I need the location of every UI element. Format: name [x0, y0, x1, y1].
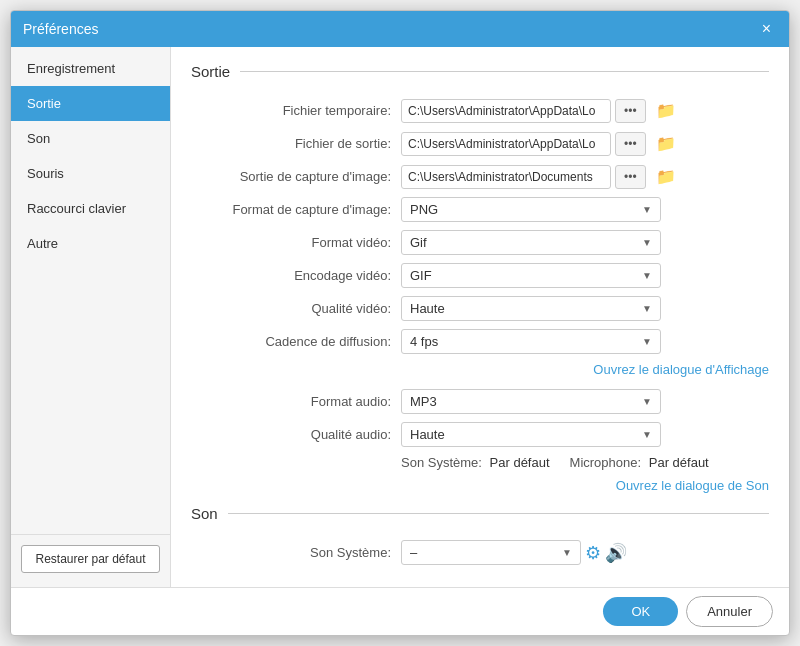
- sidebar-item-enregistrement[interactable]: Enregistrement: [11, 51, 170, 86]
- folder-icon: 📁: [656, 102, 676, 119]
- fichier-sortie-label: Fichier de sortie:: [191, 136, 391, 151]
- qualite-audio-label: Qualité audio:: [191, 427, 391, 442]
- format-audio-value: MP3: [410, 394, 437, 409]
- fichier-temporaire-input[interactable]: C:\Users\Administrator\AppData\Lo: [401, 99, 611, 123]
- sortie-capture-folder-button[interactable]: 📁: [650, 164, 682, 189]
- cancel-button[interactable]: Annuler: [686, 596, 773, 627]
- chevron-down-icon: ▼: [642, 204, 652, 215]
- qualite-video-value: Haute: [410, 301, 445, 316]
- qualite-video-label: Qualité vidéo:: [191, 301, 391, 316]
- chevron-down-icon: ▼: [642, 396, 652, 407]
- link-son-row: Ouvrez le dialogue de Son: [191, 478, 769, 493]
- sidebar-item-raccourci[interactable]: Raccourci clavier: [11, 191, 170, 226]
- fichier-temporaire-label: Fichier temporaire:: [191, 103, 391, 118]
- sortie-capture-controls: C:\Users\Administrator\Documents ••• 📁: [401, 164, 769, 189]
- chevron-down-icon: ▼: [642, 270, 652, 281]
- dialog-footer: OK Annuler: [11, 587, 789, 635]
- sidebar-item-souris[interactable]: Souris: [11, 156, 170, 191]
- restore-defaults-button[interactable]: Restaurer par défaut: [21, 545, 160, 573]
- sortie-capture-row: Sortie de capture d'image: C:\Users\Admi…: [191, 164, 769, 189]
- ok-button[interactable]: OK: [603, 597, 678, 626]
- qualite-video-row: Qualité vidéo: Haute ▼: [191, 296, 769, 321]
- son-systeme-label: Son Système:: [191, 545, 391, 560]
- fichier-sortie-row: Fichier de sortie: C:\Users\Administrato…: [191, 131, 769, 156]
- section-sortie-title: Sortie: [191, 63, 769, 84]
- speaker-icon[interactable]: 🔊: [605, 542, 627, 564]
- son-systeme-inline-label: Son Système: Par défaut: [401, 455, 550, 470]
- title-bar: Préférences ×: [11, 11, 789, 47]
- sidebar: Enregistrement Sortie Son Souris Raccour…: [11, 47, 171, 587]
- chevron-down-icon: ▼: [642, 237, 652, 248]
- link-affichage[interactable]: Ouvrez le dialogue d'Affichage: [593, 362, 769, 377]
- chevron-down-icon: ▼: [642, 303, 652, 314]
- son-systeme-controls: – ▼ ⚙ 🔊: [401, 540, 769, 565]
- format-video-select[interactable]: Gif ▼: [401, 230, 661, 255]
- gear-icon[interactable]: ⚙: [585, 542, 601, 564]
- microphone-inline-label: Microphone: Par défaut: [570, 455, 709, 470]
- chevron-down-icon: ▼: [642, 336, 652, 347]
- son-systeme-select-value: –: [410, 545, 417, 560]
- close-button[interactable]: ×: [756, 19, 777, 39]
- format-audio-select[interactable]: MP3 ▼: [401, 389, 661, 414]
- encodage-video-label: Encodage vidéo:: [191, 268, 391, 283]
- encodage-video-row: Encodage vidéo: GIF ▼: [191, 263, 769, 288]
- format-audio-row: Format audio: MP3 ▼: [191, 389, 769, 414]
- fichier-sortie-input[interactable]: C:\Users\Administrator\AppData\Lo: [401, 132, 611, 156]
- sidebar-item-son[interactable]: Son: [11, 121, 170, 156]
- sidebar-footer: Restaurer par défaut: [11, 534, 170, 583]
- son-systeme-row: Son Système: – ▼ ⚙ 🔊: [191, 540, 769, 565]
- cadence-select[interactable]: 4 fps ▼: [401, 329, 661, 354]
- format-capture-label: Format de capture d'image:: [191, 202, 391, 217]
- format-video-value: Gif: [410, 235, 427, 250]
- dialog-body: Enregistrement Sortie Son Souris Raccour…: [11, 47, 789, 587]
- fichier-temporaire-dots-button[interactable]: •••: [615, 99, 646, 123]
- son-systeme-microphone-row: Son Système: Par défaut Microphone: Par …: [191, 455, 769, 470]
- fichier-temporaire-row: Fichier temporaire: C:\Users\Administrat…: [191, 98, 769, 123]
- folder-icon: 📁: [656, 168, 676, 185]
- format-audio-label: Format audio:: [191, 394, 391, 409]
- fichier-temporaire-controls: C:\Users\Administrator\AppData\Lo ••• 📁: [401, 98, 769, 123]
- main-content: Sortie Fichier temporaire: C:\Users\Admi…: [171, 47, 789, 587]
- format-capture-row: Format de capture d'image: PNG ▼: [191, 197, 769, 222]
- sortie-capture-label: Sortie de capture d'image:: [191, 169, 391, 184]
- sortie-capture-dots-button[interactable]: •••: [615, 165, 646, 189]
- sortie-capture-input[interactable]: C:\Users\Administrator\Documents: [401, 165, 611, 189]
- cadence-row: Cadence de diffusion: 4 fps ▼: [191, 329, 769, 354]
- sidebar-item-autre[interactable]: Autre: [11, 226, 170, 261]
- qualite-video-controls: Haute ▼: [401, 296, 769, 321]
- format-audio-controls: MP3 ▼: [401, 389, 769, 414]
- cadence-label: Cadence de diffusion:: [191, 334, 391, 349]
- microphone-inline-value: Par défaut: [649, 455, 709, 470]
- cadence-controls: 4 fps ▼: [401, 329, 769, 354]
- son-systeme-microphone-values: Son Système: Par défaut Microphone: Par …: [401, 455, 709, 470]
- format-capture-controls: PNG ▼: [401, 197, 769, 222]
- qualite-audio-value: Haute: [410, 427, 445, 442]
- folder-icon: 📁: [656, 135, 676, 152]
- chevron-down-icon: ▼: [642, 429, 652, 440]
- format-video-row: Format vidéo: Gif ▼: [191, 230, 769, 255]
- preferences-dialog: Préférences × Enregistrement Sortie Son …: [10, 10, 790, 636]
- link-son[interactable]: Ouvrez le dialogue de Son: [616, 478, 769, 493]
- fichier-temporaire-folder-button[interactable]: 📁: [650, 98, 682, 123]
- format-capture-select[interactable]: PNG ▼: [401, 197, 661, 222]
- qualite-audio-select[interactable]: Haute ▼: [401, 422, 661, 447]
- format-video-controls: Gif ▼: [401, 230, 769, 255]
- dialog-title: Préférences: [23, 21, 98, 37]
- chevron-down-icon: ▼: [562, 547, 572, 558]
- section-son-title: Son: [191, 505, 769, 526]
- son-systeme-inline-value: Par défaut: [490, 455, 550, 470]
- format-capture-value: PNG: [410, 202, 438, 217]
- cadence-value: 4 fps: [410, 334, 438, 349]
- sidebar-item-sortie[interactable]: Sortie: [11, 86, 170, 121]
- encodage-video-select[interactable]: GIF ▼: [401, 263, 661, 288]
- encodage-video-controls: GIF ▼: [401, 263, 769, 288]
- son-systeme-select[interactable]: – ▼: [401, 540, 581, 565]
- fichier-sortie-dots-button[interactable]: •••: [615, 132, 646, 156]
- fichier-sortie-folder-button[interactable]: 📁: [650, 131, 682, 156]
- encodage-video-value: GIF: [410, 268, 432, 283]
- qualite-video-select[interactable]: Haute ▼: [401, 296, 661, 321]
- qualite-audio-controls: Haute ▼: [401, 422, 769, 447]
- qualite-audio-row: Qualité audio: Haute ▼: [191, 422, 769, 447]
- link-affichage-row: Ouvrez le dialogue d'Affichage: [191, 362, 769, 377]
- format-video-label: Format vidéo:: [191, 235, 391, 250]
